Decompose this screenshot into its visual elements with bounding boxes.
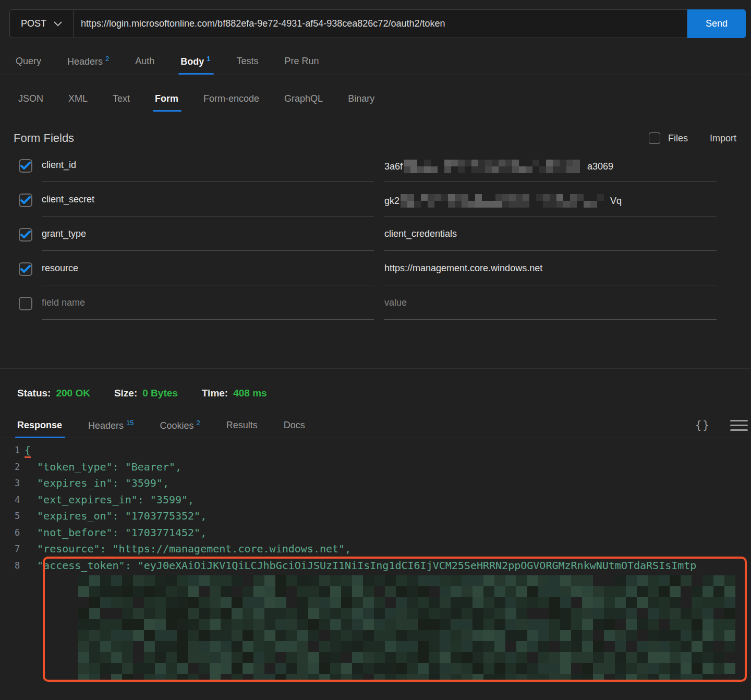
http-method-select[interactable]: POST	[9, 9, 73, 38]
tab-xml[interactable]: XML	[67, 87, 89, 111]
access-token-redaction-mosaic	[78, 575, 745, 680]
tab-binary[interactable]: Binary	[347, 87, 376, 111]
tab-graphql[interactable]: GraphQL	[283, 87, 324, 111]
time-item: Time: 408 ms	[202, 388, 267, 399]
client-id-name-input[interactable]: client_id	[42, 159, 374, 182]
request-tabs-divider	[0, 75, 751, 75]
code-line: 5 "expires_on": "1703775352",	[0, 508, 751, 525]
cookies-count-badge: 2	[197, 419, 200, 427]
empty-row-name-input[interactable]: field name	[42, 296, 374, 320]
tab-docs[interactable]: Docs	[283, 414, 306, 437]
code-line: 6 "not_before": "1703771452",	[0, 525, 751, 541]
empty-row-checkbox[interactable]	[19, 297, 32, 310]
check-icon	[20, 196, 31, 204]
form-row-client-secret: client_secret gk2 Vq	[19, 193, 751, 222]
form-row-client-id: client_id 3a6f a3069	[19, 159, 751, 188]
grant-type-name-input[interactable]: grant_type	[42, 227, 374, 251]
response-tabs: Response Headers15 Cookies2 Results Docs…	[16, 413, 751, 438]
resource-checkbox[interactable]	[19, 262, 32, 276]
form-row-resource: resource https://management.core.windows…	[19, 262, 751, 291]
response-headers-count-badge: 15	[126, 419, 134, 427]
request-tabs: Query Headers2 Auth Body1 Tests Pre Run	[15, 47, 751, 75]
check-icon	[20, 265, 31, 273]
import-link[interactable]: Import	[710, 133, 736, 144]
files-label: Files	[668, 133, 688, 144]
tab-results[interactable]: Results	[225, 414, 259, 437]
check-icon	[20, 162, 31, 170]
form-fields-header: Form Fields Files Import	[14, 131, 736, 145]
grant-type-checkbox[interactable]	[19, 228, 32, 242]
tab-response[interactable]: Response	[16, 414, 63, 437]
code-line: 2 "token_type": "Bearer",	[0, 459, 751, 476]
response-body-viewer[interactable]: 1{ 2 "token_type": "Bearer", 3 "expires_…	[0, 438, 751, 684]
code-line-access-token: 8 "access_token": "eyJ0eXAiOiJKV1QiLCJhb…	[0, 558, 751, 574]
client-secret-name-input[interactable]: client_secret	[42, 193, 374, 216]
client-secret-checkbox[interactable]	[19, 194, 32, 207]
resource-value-input[interactable]: https://management.core.windows.net	[384, 262, 717, 285]
tab-query[interactable]: Query	[15, 50, 42, 73]
tab-body[interactable]: Body1	[179, 49, 211, 74]
tab-auth[interactable]: Auth	[134, 50, 155, 73]
size-item: Size: 0 Bytes	[114, 388, 178, 399]
status-value: 200 OK	[56, 388, 90, 399]
grant-type-value-input[interactable]: client_credentials	[384, 227, 717, 251]
tab-pre-run[interactable]: Pre Run	[284, 50, 320, 73]
client-id-redaction-mosaic	[404, 160, 586, 173]
empty-row-value-input[interactable]: value	[384, 296, 717, 320]
client-secret-masked-value: gk2 Vq	[384, 194, 622, 208]
code-line: 3 "expires_in": "3599",	[0, 475, 751, 492]
tab-response-headers[interactable]: Headers15	[87, 413, 135, 438]
form-rows: client_id 3a6f a3069 client_secret gk2 V…	[19, 159, 751, 325]
response-toolbar: {}	[695, 419, 748, 431]
size-value: 0 Bytes	[142, 388, 178, 399]
files-checkbox[interactable]	[649, 132, 660, 144]
url-text: https://login.microsoftonline.com/bf882e…	[81, 18, 445, 29]
spacer	[0, 331, 751, 368]
tab-text[interactable]: Text	[112, 87, 131, 111]
chevron-down-icon	[54, 21, 62, 27]
send-button[interactable]: Send	[687, 9, 746, 38]
size-label: Size:	[114, 388, 137, 399]
http-method-label: POST	[21, 18, 46, 29]
client-secret-redaction-mosaic	[401, 194, 609, 208]
headers-count-badge: 2	[105, 55, 109, 63]
form-row-grant-type: grant_type client_credentials	[19, 227, 751, 257]
tab-json[interactable]: JSON	[17, 87, 44, 111]
tab-tests[interactable]: Tests	[236, 50, 260, 73]
status-item: Status: 200 OK	[17, 388, 90, 399]
code-line: 1{	[0, 442, 751, 459]
code-line: 4 "ext_expires_in": "3599",	[0, 492, 751, 509]
check-icon	[20, 231, 31, 239]
format-json-icon[interactable]: {}	[695, 419, 710, 431]
time-label: Time:	[202, 388, 228, 399]
form-header-actions: Files Import	[649, 132, 736, 144]
tab-cookies[interactable]: Cookies2	[159, 413, 201, 438]
body-type-tabs: JSON XML Text Form Form-encode GraphQL B…	[17, 87, 751, 111]
client-id-masked-value: 3a6f a3069	[384, 160, 613, 173]
code-line: 7 "resource": "https://management.core.w…	[0, 541, 751, 558]
tab-form-encode[interactable]: Form-encode	[202, 87, 260, 111]
tab-form[interactable]: Form	[154, 87, 179, 111]
response-section-divider	[0, 368, 751, 369]
resource-name-input[interactable]: resource	[42, 262, 374, 285]
form-row-empty: field name value	[19, 296, 751, 325]
client-id-checkbox[interactable]	[19, 159, 32, 173]
client-id-value-input[interactable]: 3a6f a3069	[384, 159, 717, 182]
form-fields-title: Form Fields	[14, 131, 74, 145]
url-input[interactable]: https://login.microsoftonline.com/bf882e…	[73, 9, 687, 38]
raw-lines-icon[interactable]	[730, 420, 748, 431]
body-count-badge: 1	[207, 55, 210, 63]
response-status-bar: Status: 200 OK Size: 0 Bytes Time: 408 m…	[17, 388, 751, 399]
request-url-bar: POST https://login.microsoftonline.com/b…	[9, 9, 746, 38]
client-secret-value-input[interactable]: gk2 Vq	[384, 193, 717, 216]
status-label: Status:	[17, 388, 51, 399]
tab-headers[interactable]: Headers2	[66, 49, 110, 74]
time-value: 408 ms	[233, 388, 267, 399]
